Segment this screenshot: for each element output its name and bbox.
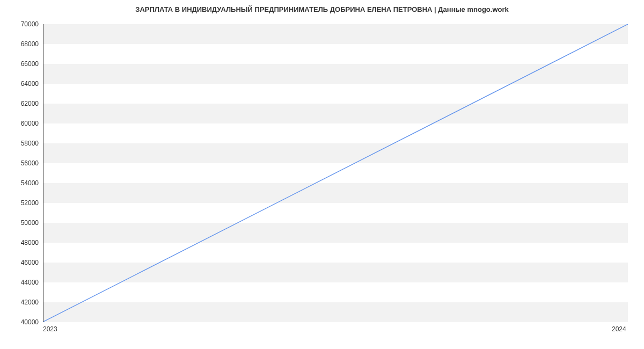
grid-band bbox=[43, 183, 628, 203]
grid-band bbox=[43, 64, 628, 84]
grid-band bbox=[43, 302, 628, 322]
y-tick-label: 68000 bbox=[6, 40, 39, 48]
grid-band bbox=[43, 143, 628, 163]
y-tick-label: 40000 bbox=[6, 318, 39, 326]
y-tick-label: 64000 bbox=[6, 80, 39, 88]
grid-band bbox=[43, 223, 628, 243]
y-tick-label: 56000 bbox=[6, 159, 39, 167]
y-tick-label: 44000 bbox=[6, 279, 39, 286]
y-tick-label: 48000 bbox=[6, 239, 39, 246]
y-tick-label: 58000 bbox=[6, 140, 39, 147]
y-tick-label: 66000 bbox=[6, 60, 39, 68]
y-tick-label: 62000 bbox=[6, 100, 39, 107]
y-tick-label: 42000 bbox=[6, 299, 39, 306]
grid-band bbox=[43, 263, 628, 282]
y-tick-label: 52000 bbox=[6, 199, 39, 207]
grid-band bbox=[43, 104, 628, 123]
plot-area bbox=[43, 24, 628, 322]
y-tick-label: 50000 bbox=[6, 219, 39, 227]
x-tick-label: 2024 bbox=[612, 325, 626, 333]
grid-band bbox=[43, 24, 628, 44]
y-tick-label: 46000 bbox=[6, 259, 39, 266]
x-tick-label: 2023 bbox=[43, 325, 57, 333]
chart-title: ЗАРПЛАТА В ИНДИВИДУАЛЬНЫЙ ПРЕДПРИНИМАТЕЛ… bbox=[0, 5, 644, 13]
y-tick-label: 70000 bbox=[6, 20, 39, 28]
y-tick-label: 60000 bbox=[6, 120, 39, 127]
y-tick-label: 54000 bbox=[6, 179, 39, 187]
